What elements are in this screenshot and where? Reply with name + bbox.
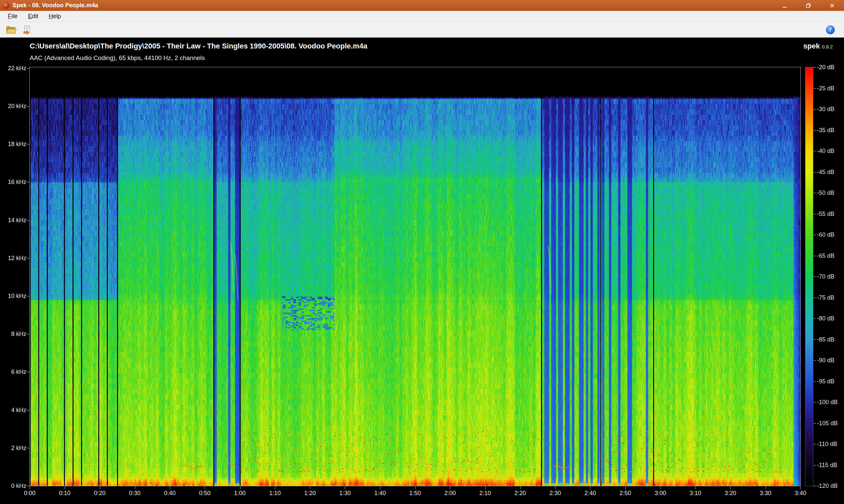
time-tick-label: 0:30 bbox=[122, 489, 148, 497]
db-tick-label: -60 dB bbox=[817, 231, 844, 238]
menu-help[interactable]: Help bbox=[43, 11, 66, 22]
freq-tick bbox=[27, 448, 30, 448]
time-tick bbox=[695, 487, 696, 489]
time-tick bbox=[485, 487, 486, 489]
save-icon bbox=[23, 25, 32, 34]
time-tick-label: 1:10 bbox=[262, 489, 288, 497]
restore-button[interactable] bbox=[796, 0, 820, 11]
open-file-button[interactable] bbox=[4, 23, 18, 36]
db-tick-label: -40 dB bbox=[817, 147, 844, 155]
freq-tick bbox=[27, 372, 30, 372]
time-tick bbox=[65, 487, 65, 489]
time-tick bbox=[275, 487, 275, 489]
db-tick bbox=[814, 381, 816, 382]
minimize-icon bbox=[782, 3, 787, 8]
time-tick-label: 3:20 bbox=[717, 489, 743, 497]
time-tick-label: 1:50 bbox=[402, 489, 428, 497]
time-tick-label: 3:30 bbox=[752, 489, 779, 497]
menu-file[interactable]: File bbox=[3, 11, 23, 22]
time-tick-label: 0:50 bbox=[192, 489, 218, 497]
freq-tick bbox=[27, 410, 30, 410]
time-tick-label: 2:50 bbox=[612, 489, 639, 497]
app-version: 0.8.2 bbox=[822, 44, 833, 50]
freq-tick-label: 10 kHz bbox=[0, 292, 26, 300]
db-tick-label: -20 dB bbox=[817, 64, 844, 71]
time-tick bbox=[345, 487, 345, 489]
freq-tick bbox=[27, 68, 30, 69]
db-tick-label: -115 dB bbox=[817, 462, 844, 469]
colorbar bbox=[805, 67, 813, 486]
db-tick-label: -100 dB bbox=[817, 398, 844, 406]
db-tick-label: -45 dB bbox=[817, 168, 844, 176]
db-tick bbox=[814, 402, 816, 402]
db-tick bbox=[814, 235, 816, 235]
freq-tick-label: 20 kHz bbox=[0, 103, 26, 110]
save-button[interactable] bbox=[20, 23, 34, 36]
db-tick-label: -70 dB bbox=[817, 273, 844, 280]
toolbar: ? bbox=[0, 22, 844, 38]
db-tick-label: -90 dB bbox=[817, 357, 844, 364]
freq-tick bbox=[27, 258, 30, 258]
time-tick-label: 0:40 bbox=[157, 489, 183, 497]
time-tick-label: 1:20 bbox=[297, 489, 323, 497]
minimize-button[interactable] bbox=[773, 0, 796, 11]
time-tick bbox=[590, 487, 591, 489]
db-tick-label: -120 dB bbox=[817, 482, 844, 489]
app-icon bbox=[3, 3, 9, 8]
freq-tick-label: 4 kHz bbox=[0, 407, 26, 414]
db-tick bbox=[814, 109, 816, 109]
time-tick-label: 2:10 bbox=[472, 489, 499, 497]
app-brand: spek0.8.2 bbox=[803, 42, 833, 50]
freq-tick bbox=[27, 182, 30, 182]
time-tick bbox=[100, 487, 100, 489]
db-tick bbox=[814, 193, 816, 193]
open-folder-icon bbox=[6, 25, 17, 34]
time-tick-label: 2:00 bbox=[437, 489, 463, 497]
db-tick-label: -25 dB bbox=[817, 85, 844, 92]
db-tick-label: -30 dB bbox=[817, 106, 844, 113]
time-tick-label: 1:30 bbox=[332, 489, 358, 497]
close-button[interactable] bbox=[820, 0, 844, 11]
db-tick-label: -105 dB bbox=[817, 420, 844, 427]
window-title: Spek - 08. Voodoo People.m4a bbox=[13, 2, 98, 9]
titlebar[interactable]: Spek - 08. Voodoo People.m4a bbox=[0, 0, 844, 11]
time-tick bbox=[380, 487, 380, 489]
time-tick bbox=[450, 487, 450, 489]
freq-tick bbox=[27, 144, 30, 144]
help-button[interactable]: ? bbox=[823, 23, 838, 36]
time-tick-label: 2:20 bbox=[507, 489, 534, 497]
db-tick-label: -75 dB bbox=[817, 294, 844, 301]
freq-tick bbox=[27, 334, 30, 334]
time-tick-label: 3:40 bbox=[787, 489, 814, 497]
spectrogram-panel: C:\Users\al\Desktop\The Prodigy\2005 - T… bbox=[0, 38, 844, 504]
time-tick bbox=[240, 487, 240, 489]
freq-tick-label: 8 kHz bbox=[0, 330, 26, 338]
db-tick bbox=[814, 319, 816, 319]
freq-tick bbox=[27, 220, 30, 220]
time-tick bbox=[135, 487, 135, 489]
db-tick bbox=[814, 444, 816, 444]
freq-tick-label: 0 kHz bbox=[0, 482, 26, 489]
db-tick-label: -110 dB bbox=[817, 440, 844, 448]
db-tick bbox=[814, 130, 816, 130]
freq-tick-label: 22 kHz bbox=[0, 65, 26, 72]
time-tick bbox=[520, 487, 521, 489]
help-icon: ? bbox=[826, 25, 835, 34]
db-tick-label: -55 dB bbox=[817, 210, 844, 218]
db-tick bbox=[814, 423, 816, 424]
time-tick-label: 1:40 bbox=[367, 489, 393, 497]
menubar: FileEditHelp bbox=[0, 11, 844, 22]
time-tick-label: 3:10 bbox=[682, 489, 708, 497]
time-tick-label: 0:10 bbox=[51, 489, 78, 497]
db-tick bbox=[814, 67, 816, 68]
menu-edit[interactable]: Edit bbox=[23, 11, 43, 22]
time-tick bbox=[625, 487, 626, 489]
time-tick bbox=[660, 487, 661, 489]
db-tick-label: -85 dB bbox=[817, 336, 844, 343]
time-tick-label: 1:00 bbox=[227, 489, 253, 497]
freq-tick-label: 18 kHz bbox=[0, 140, 26, 148]
spectrogram-canvas bbox=[30, 67, 801, 486]
db-tick bbox=[814, 298, 816, 298]
freq-tick-label: 12 kHz bbox=[0, 254, 26, 262]
close-icon bbox=[829, 3, 835, 8]
